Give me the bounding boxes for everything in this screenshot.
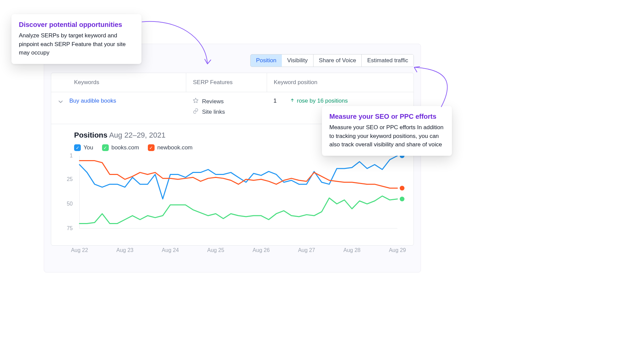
callout-title: Discover potential opportunities (19, 21, 134, 29)
tab-visibility[interactable]: Visibility (282, 54, 314, 67)
position-value: 1 (273, 98, 276, 104)
table-header: Keywords SERP Features Keyword position (51, 73, 414, 92)
legend-swatch-icon: ✓ (74, 144, 81, 151)
callout-body: Measure your SEO or PPC efforts In addit… (329, 123, 445, 149)
tab-share-of-voice[interactable]: Share of Voice (314, 54, 362, 67)
keywords-table: Keywords SERP Features Keyword position … (51, 73, 414, 246)
svg-point-4 (400, 186, 404, 190)
legend-swatch-icon: ✓ (102, 144, 109, 151)
legend-item-you[interactable]: ✓ You (74, 144, 93, 151)
callout-body: Analyze SERPs by target keyword and pinp… (19, 31, 134, 57)
col-serp-features: SERP Features (186, 73, 267, 92)
tab-estimated-traffic[interactable]: Estimated traffic (362, 54, 414, 67)
serp-feature-label: Reviews (202, 98, 224, 105)
col-keyword-position: Keyword position (267, 73, 414, 92)
link-icon (193, 108, 199, 116)
col-keywords: Keywords (51, 73, 186, 92)
annotation-arrow-icon (140, 17, 218, 71)
legend-item-newbook[interactable]: ✓ newbook.com (148, 144, 193, 151)
arrow-up-icon (290, 98, 295, 104)
serp-feature-sitelinks: Site links (193, 108, 260, 116)
analytics-panel: Position Visibility Share of Voice Estim… (44, 44, 421, 272)
callout-discover-opportunities: Discover potential opportunities Analyze… (11, 14, 141, 64)
star-icon (193, 98, 199, 105)
positions-chart: 1255075Aug 22Aug 23Aug 24Aug 25Aug 26Aug… (54, 154, 411, 242)
callout-measure-efforts: Measure your SEO or PPC efforts Measure … (322, 106, 452, 156)
legend-swatch-icon: ✓ (148, 144, 155, 151)
metric-tabs: Position Visibility Share of Voice Estim… (250, 54, 414, 67)
position-change: rose by 16 positions (290, 98, 348, 104)
annotation-arrow-icon (411, 66, 458, 110)
svg-point-3 (400, 196, 404, 201)
position-change-text: rose by 16 positions (297, 98, 348, 104)
legend-item-books[interactable]: ✓ books.com (102, 144, 139, 151)
chevron-down-icon[interactable] (58, 99, 63, 106)
serp-feature-label: Site links (202, 109, 225, 115)
callout-title: Measure your SEO or PPC efforts (329, 113, 445, 120)
keyword-link[interactable]: Buy audible books (69, 98, 116, 104)
serp-feature-reviews: Reviews (193, 98, 260, 105)
tab-position[interactable]: Position (250, 54, 282, 67)
